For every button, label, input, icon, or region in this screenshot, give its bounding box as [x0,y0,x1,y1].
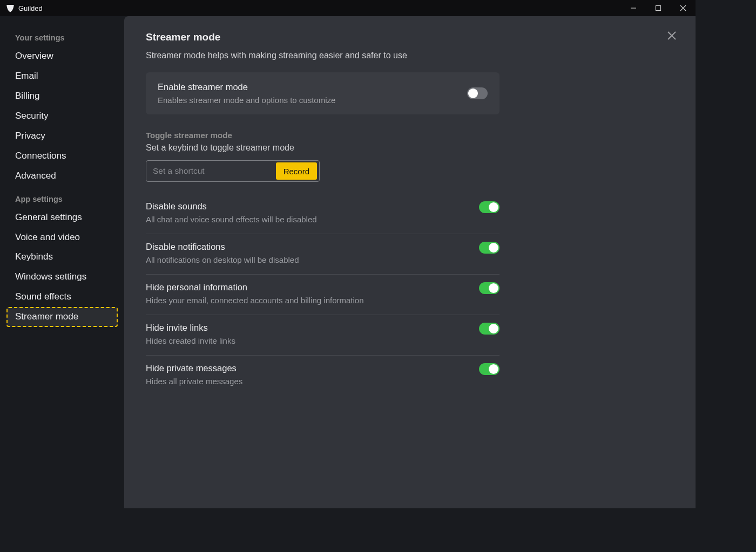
enable-streamer-mode-card: Enable streamer mode Enables streamer mo… [146,72,500,114]
setting-title: Disable notifications [146,242,299,252]
setting-row-hide-personal-information: Hide personal informationHides your emai… [146,275,500,315]
page-title: Streamer mode [146,31,621,43]
keybind-group-sub: Set a keybind to toggle streamer mode [146,143,621,153]
brand: Guilded [5,3,43,13]
shortcut-placeholder[interactable]: Set a shortcut [153,166,276,176]
sidebar-item-privacy[interactable]: Privacy [0,126,124,146]
setting-row-hide-invite-links: Hide invite linksHides created invite li… [146,315,500,356]
sidebar-item-overview[interactable]: Overview [0,46,124,66]
sidebar-item-advanced[interactable]: Advanced [0,166,124,186]
sidebar-item-windows-settings[interactable]: Windows settings [0,267,124,287]
content-area: Streamer mode Streamer mode helps with m… [124,16,696,508]
setting-title: Disable sounds [146,201,317,212]
enable-card-subtitle: Enables streamer mode and options to cus… [158,96,335,105]
sidebar-item-general-settings[interactable]: General settings [0,208,124,228]
sidebar-section-app-settings: App settings [0,186,124,208]
keybind-group-label: Toggle streamer mode [146,131,621,140]
setting-title: Hide invite links [146,323,235,333]
guilded-logo-icon [5,3,15,13]
maximize-button[interactable] [646,0,671,16]
sidebar-item-security[interactable]: Security [0,106,124,126]
minimize-button[interactable] [621,0,646,16]
page-subtitle: Streamer mode helps with making streamin… [146,51,621,60]
window-close-button[interactable] [671,0,696,16]
sidebar-item-email[interactable]: Email [0,66,124,86]
record-button[interactable]: Record [276,162,317,180]
sidebar-item-voice-and-video[interactable]: Voice and video [0,228,124,248]
hide-private-messages-toggle[interactable] [479,363,500,375]
setting-subtitle: Hides created invite links [146,336,235,345]
setting-row-disable-sounds: Disable soundsAll chat and voice sound e… [146,198,500,234]
sidebar: Your settings OverviewEmailBillingSecuri… [0,16,124,508]
setting-subtitle: All chat and voice sound effects will be… [146,215,317,224]
setting-title: Hide private messages [146,363,242,373]
window-controls [621,0,696,16]
enable-streamer-mode-toggle[interactable] [467,87,488,99]
setting-subtitle: Hides all private messages [146,377,242,386]
close-icon[interactable] [664,28,679,43]
setting-row-hide-private-messages: Hide private messagesHides all private m… [146,356,500,396]
hide-invite-links-toggle[interactable] [479,323,500,335]
titlebar: Guilded [0,0,696,16]
sidebar-item-streamer-mode[interactable]: Streamer mode [6,307,118,327]
sidebar-item-billing[interactable]: Billing [0,86,124,106]
disable-sounds-toggle[interactable] [479,201,500,213]
disable-notifications-toggle[interactable] [479,242,500,254]
setting-row-disable-notifications: Disable notificationsAll notifications o… [146,234,500,275]
enable-card-title: Enable streamer mode [158,82,335,92]
hide-personal-information-toggle[interactable] [479,282,500,294]
setting-title: Hide personal information [146,282,364,292]
setting-subtitle: Hides your email, connected accounts and… [146,296,364,305]
sidebar-item-connections[interactable]: Connections [0,146,124,166]
brand-name: Guilded [18,4,43,12]
sidebar-item-keybinds[interactable]: Keybinds [0,247,124,267]
svg-rect-1 [656,6,661,11]
setting-subtitle: All notifications on desktop will be dis… [146,255,299,264]
shortcut-input-row: Set a shortcut Record [146,160,320,182]
sidebar-item-sound-effects[interactable]: Sound effects [0,287,124,307]
sidebar-section-your-settings: Your settings [0,25,124,46]
